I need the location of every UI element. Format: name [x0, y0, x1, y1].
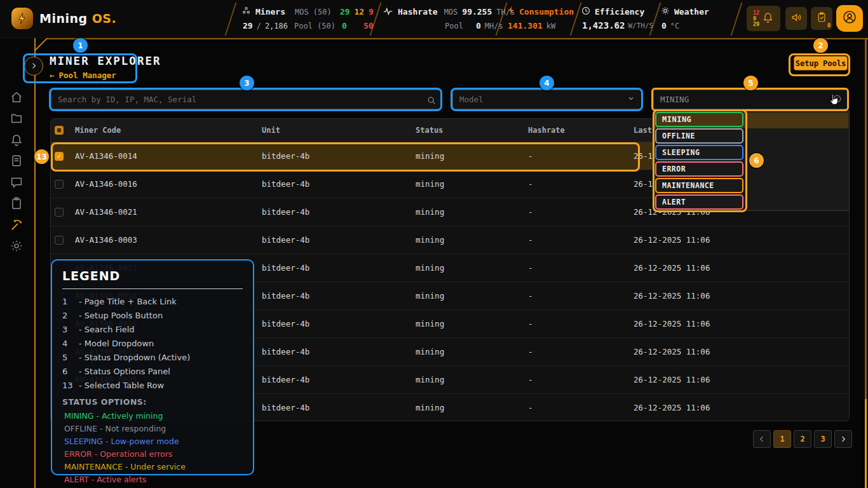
- cell-unit: bitdeer-4b: [262, 151, 416, 161]
- pagination-page-button[interactable]: 1: [773, 430, 791, 448]
- cell-status: mining: [416, 403, 528, 412]
- pagination-next-button[interactable]: [834, 430, 852, 448]
- miners-count-total: 2,186: [265, 22, 288, 30]
- efficiency-stat: Efficiency 1,423.62 W/TH/S: [581, 0, 651, 38]
- row-checkbox[interactable]: [55, 236, 64, 245]
- cell-last-seen: 26-12-2025 11:06: [634, 235, 849, 245]
- row-checkbox[interactable]: [55, 208, 64, 217]
- account-button[interactable]: [836, 5, 863, 32]
- weather-stat: Weather 0 °C: [661, 0, 728, 38]
- left-sidebar: [0, 38, 34, 488]
- cell-unit: bitdeer-4b: [262, 263, 416, 273]
- announcements-button[interactable]: [785, 7, 807, 30]
- status-option[interactable]: OFFLINE: [655, 128, 743, 144]
- column-header-miner-code[interactable]: Miner Code: [75, 126, 262, 135]
- cell-unit: bitdeer-4b: [262, 347, 416, 356]
- legend-status-line: MINING - Actively mining: [62, 411, 243, 421]
- pagination-page-button[interactable]: 3: [814, 430, 832, 448]
- search-field[interactable]: [51, 90, 442, 109]
- sidebar-item-document[interactable]: [10, 154, 24, 168]
- legend-divider: [62, 288, 243, 289]
- cell-hashrate: -: [528, 207, 634, 217]
- miners-pool-green: 0: [342, 21, 347, 30]
- consumption-value: 141.301: [508, 21, 543, 30]
- column-header-unit[interactable]: Unit: [262, 126, 416, 135]
- user-icon: [842, 10, 857, 27]
- bell-icon: [762, 11, 774, 26]
- consumption-unit: kW: [546, 22, 555, 30]
- legend-item: 4- Model Dropdown: [62, 339, 243, 348]
- legend-statuses: MINING - Actively miningOFFLINE - Not re…: [62, 411, 243, 484]
- cell-miner-code: AV-A1346-0014: [75, 151, 262, 161]
- annotation-badge: 1: [73, 38, 88, 53]
- status-option[interactable]: MAINTENANCE: [655, 178, 743, 193]
- header-divider: [731, 3, 743, 36]
- miners-mos-green: 29: [340, 7, 350, 17]
- column-header-hashrate[interactable]: Hashrate: [528, 126, 634, 135]
- select-all-checkbox[interactable]: [55, 126, 64, 135]
- status-option[interactable]: MINING: [655, 112, 743, 127]
- status-value: MINING: [660, 95, 689, 104]
- cell-last-seen: 26-12-2025 11:06: [634, 291, 849, 301]
- notifications-button[interactable]: 12 0 29: [747, 6, 780, 31]
- hashrate-label: Hashrate: [398, 7, 438, 17]
- back-arrow-icon: ←: [50, 71, 55, 80]
- row-checkbox[interactable]: ✓: [55, 152, 64, 161]
- sidebar-item-notifications[interactable]: [10, 133, 24, 147]
- sidebar-collapse-button[interactable]: [24, 57, 43, 76]
- weather-label: Weather: [674, 7, 709, 17]
- cell-hashrate: -: [528, 375, 634, 384]
- search-input[interactable]: [51, 90, 442, 109]
- sidebar-item-settings[interactable]: [10, 239, 24, 253]
- content-frame-corner: [34, 37, 48, 51]
- table-row[interactable]: AV-A1346-0003 bitdeer-4b mining - 26-12-…: [51, 226, 849, 254]
- sidebar-item-folder[interactable]: [10, 111, 24, 125]
- miners-mos-amber: 12: [354, 7, 364, 17]
- efficiency-label: Efficiency: [595, 7, 644, 17]
- miners-mos-label: MOS (50): [295, 8, 332, 17]
- cell-status: mining: [416, 263, 528, 273]
- cell-hashrate: -: [528, 235, 634, 245]
- column-header-status[interactable]: Status: [416, 126, 528, 135]
- status-option[interactable]: ALERT: [655, 194, 743, 210]
- cell-unit: bitdeer-4b: [262, 291, 416, 301]
- tasks-badge: 0: [827, 22, 831, 29]
- cell-last-seen: 26-12-2025 11:06: [634, 347, 849, 356]
- sidebar-item-clipboard[interactable]: [10, 196, 24, 210]
- search-icon: [427, 95, 436, 107]
- mining-os-logo-icon: [11, 8, 33, 29]
- status-dropdown[interactable]: MINING: [653, 90, 848, 109]
- cell-last-seen: 26-12-2025 11:06: [634, 403, 849, 412]
- back-link-pool-manager[interactable]: ← Pool Manager: [50, 71, 116, 80]
- pagination-prev-button[interactable]: [753, 430, 771, 448]
- efficiency-unit: W/TH/S: [628, 22, 653, 30]
- setup-pools-button[interactable]: Setup Pools: [794, 56, 848, 71]
- legend-item: 2- Setup Pools Button: [62, 311, 243, 320]
- cell-unit: bitdeer-4b: [262, 207, 416, 217]
- legend-title: LEGEND: [62, 269, 243, 283]
- legend-item: 6- Status Options Panel: [62, 367, 243, 376]
- cell-unit: bitdeer-4b: [262, 319, 416, 329]
- legend-item: 3- Search Field: [62, 325, 243, 334]
- sidebar-item-home[interactable]: [10, 90, 24, 104]
- hashrate-pool-label: Pool: [445, 22, 463, 30]
- row-checkbox[interactable]: [55, 180, 64, 189]
- hashrate-pool-value: 0: [476, 21, 481, 30]
- status-option[interactable]: ERROR: [655, 161, 743, 177]
- cell-status: mining: [416, 319, 528, 329]
- cell-status: mining: [416, 235, 528, 245]
- mining-os-app: Mining OS. Miners MOS (50) 29 12 9 29 / …: [0, 0, 868, 488]
- status-option[interactable]: SLEEPING: [655, 145, 743, 160]
- brand-logo[interactable]: Mining OS.: [11, 8, 116, 29]
- clear-icon[interactable]: [833, 95, 841, 105]
- hashrate-stat: Hashrate MOS 99.255 TH/s Pool 0 MH/s: [383, 0, 498, 38]
- efficiency-value: 1,423.62: [582, 20, 625, 30]
- tasks-button[interactable]: 0: [811, 7, 832, 30]
- pagination-page-button[interactable]: 2: [794, 430, 811, 448]
- sidebar-item-mining-active[interactable]: [10, 218, 24, 232]
- cell-hashrate: -: [528, 151, 634, 161]
- top-header: Mining OS. Miners MOS (50) 29 12 9 29 / …: [0, 0, 868, 38]
- sidebar-item-chat[interactable]: [10, 175, 24, 189]
- model-dropdown[interactable]: Model: [452, 90, 642, 109]
- miners-label: Miners: [255, 7, 285, 17]
